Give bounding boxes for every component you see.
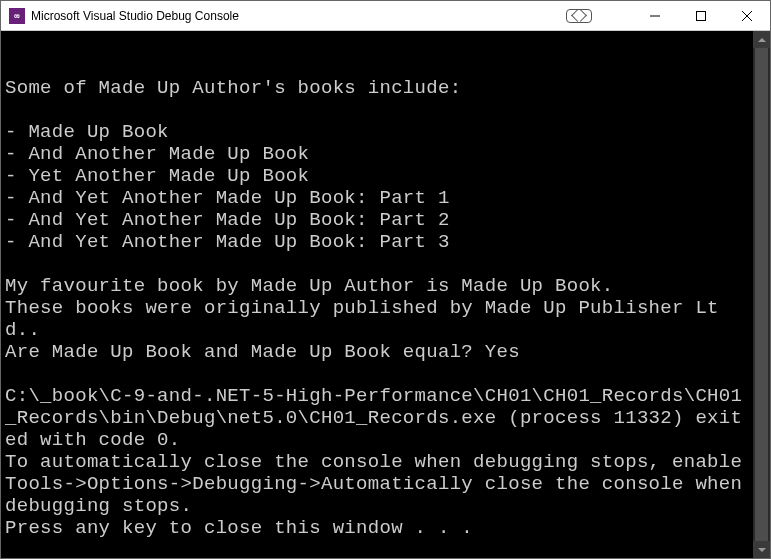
titlebar[interactable]: ∞ Microsoft Visual Studio Debug Console	[1, 1, 770, 31]
app-icon: ∞	[9, 8, 25, 24]
scrollbar-thumb[interactable]	[755, 48, 768, 541]
close-button[interactable]	[724, 1, 770, 30]
window-title: Microsoft Visual Studio Debug Console	[31, 9, 239, 23]
svg-rect-1	[697, 11, 706, 20]
maximize-button[interactable]	[678, 1, 724, 30]
console-output[interactable]: Some of Made Up Author's books include: …	[1, 31, 770, 558]
minimize-button[interactable]	[632, 1, 678, 30]
grip-icon	[566, 9, 592, 23]
scroll-down-button[interactable]	[753, 541, 770, 558]
vertical-scrollbar[interactable]	[753, 31, 770, 558]
scroll-up-button[interactable]	[753, 31, 770, 48]
